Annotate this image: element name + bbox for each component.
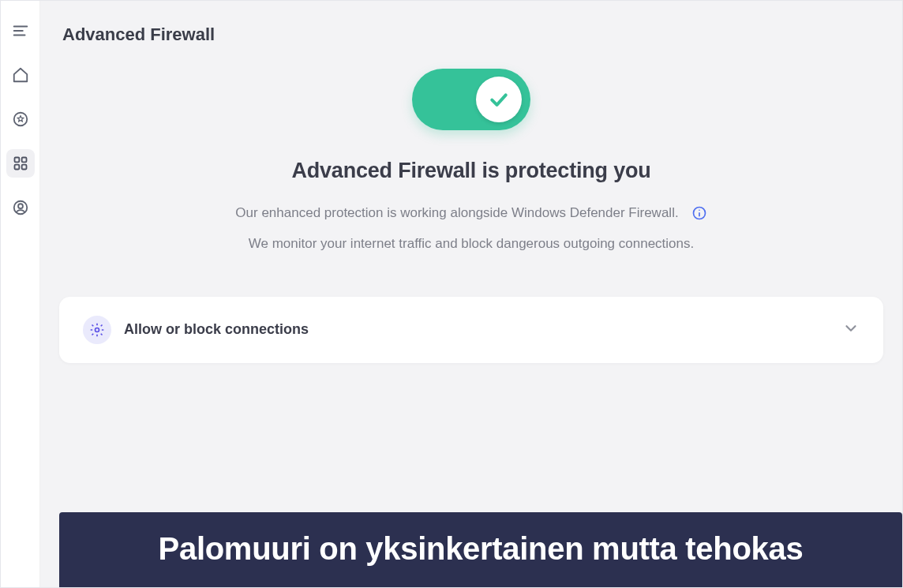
sidebar-item-menu[interactable] [6, 17, 35, 45]
hero-line-1: Our enhanced protection is working along… [235, 202, 706, 225]
home-icon [12, 66, 29, 84]
toggle-knob [476, 77, 522, 122]
page-title: Advanced Firewall [62, 24, 883, 45]
info-icon [691, 205, 707, 221]
firewall-toggle[interactable] [412, 69, 530, 130]
svg-rect-4 [14, 158, 19, 163]
main-content: Advanced Firewall Advanced Firewall is p… [40, 1, 902, 587]
card-title: Allow or block connections [124, 321, 842, 338]
shield-star-icon [12, 110, 29, 128]
svg-point-13 [96, 328, 99, 331]
sidebar [1, 1, 40, 587]
svg-point-3 [13, 113, 27, 126]
sidebar-item-home[interactable] [6, 61, 35, 89]
svg-rect-7 [21, 165, 26, 170]
hero-line-2: We monitor your internet traffic and blo… [249, 233, 695, 256]
card-icon-wrap [83, 316, 111, 344]
sidebar-item-grid[interactable] [6, 149, 35, 178]
chevron-down-icon [842, 320, 860, 337]
grid-icon [13, 155, 28, 171]
hero-section: Advanced Firewall is protecting you Our … [59, 69, 883, 256]
hero-heading: Advanced Firewall is protecting you [291, 159, 650, 183]
checkmark-icon [487, 88, 511, 111]
sidebar-item-profile[interactable] [6, 193, 35, 222]
app-root: Advanced Firewall Advanced Firewall is p… [0, 0, 903, 588]
info-button[interactable] [691, 205, 707, 221]
svg-point-12 [699, 210, 700, 212]
expand-chevron [842, 320, 860, 340]
connections-card[interactable]: Allow or block connections [59, 297, 883, 363]
sidebar-item-shield[interactable] [6, 105, 35, 133]
svg-point-9 [18, 204, 23, 208]
hero-line-1-text: Our enhanced protection is working along… [235, 202, 678, 225]
profile-icon [12, 199, 29, 216]
svg-rect-6 [14, 165, 19, 170]
gear-icon [89, 322, 105, 338]
menu-icon [12, 22, 29, 39]
svg-rect-5 [21, 158, 26, 163]
caption-banner: Palomuuri on yksinkertainen mutta tehoka… [59, 512, 902, 587]
